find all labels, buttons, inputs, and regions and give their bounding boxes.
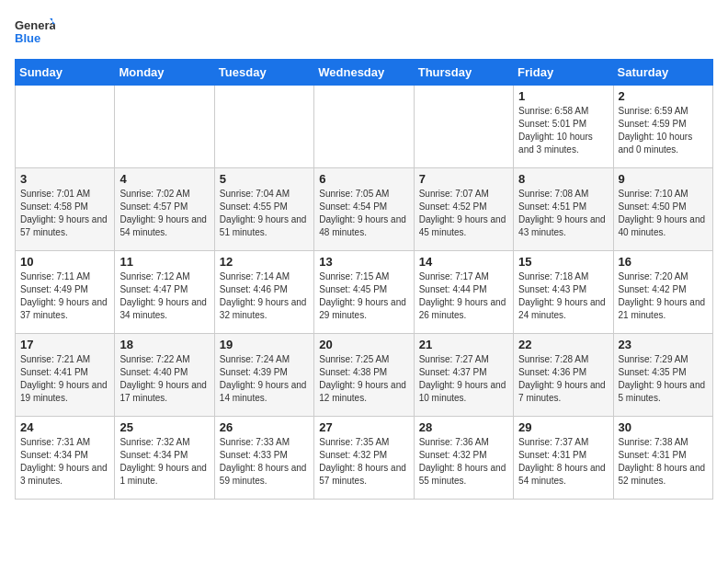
day-number: 15 [518, 255, 608, 269]
logo: General Blue [15, 15, 55, 52]
calendar-cell: 25Sunrise: 7:32 AM Sunset: 4:34 PM Dayli… [115, 417, 214, 500]
day-number: 17 [20, 338, 109, 351]
header-thursday: Thursday [414, 60, 513, 86]
logo-svg: General Blue [15, 15, 55, 52]
day-number: 24 [20, 420, 109, 434]
header-tuesday: Tuesday [214, 60, 313, 86]
calendar-cell: 9Sunrise: 7:10 AM Sunset: 4:50 PM Daylig… [613, 168, 712, 251]
day-info: Sunrise: 7:27 AM Sunset: 4:37 PM Dayligh… [419, 353, 508, 405]
day-info: Sunrise: 7:38 AM Sunset: 4:31 PM Dayligh… [619, 436, 708, 488]
calendar-cell: 5Sunrise: 7:04 AM Sunset: 4:55 PM Daylig… [214, 168, 313, 251]
day-number: 13 [319, 255, 408, 269]
calendar-cell: 27Sunrise: 7:35 AM Sunset: 4:32 PM Dayli… [314, 417, 414, 500]
calendar-cell: 2Sunrise: 6:59 AM Sunset: 4:59 PM Daylig… [613, 86, 712, 168]
header-saturday: Saturday [613, 60, 712, 86]
day-info: Sunrise: 7:05 AM Sunset: 4:54 PM Dayligh… [319, 188, 408, 239]
calendar-cell [414, 86, 513, 168]
day-number: 25 [119, 420, 209, 434]
calendar-cell: 19Sunrise: 7:24 AM Sunset: 4:39 PM Dayli… [214, 334, 313, 417]
day-info: Sunrise: 7:20 AM Sunset: 4:42 PM Dayligh… [619, 270, 708, 322]
day-info: Sunrise: 7:29 AM Sunset: 4:35 PM Dayligh… [619, 353, 708, 405]
day-number: 20 [319, 338, 408, 351]
calendar-cell: 7Sunrise: 7:07 AM Sunset: 4:52 PM Daylig… [414, 168, 513, 251]
calendar-cell: 22Sunrise: 7:28 AM Sunset: 4:36 PM Dayli… [514, 334, 613, 417]
day-info: Sunrise: 7:35 AM Sunset: 4:32 PM Dayligh… [319, 436, 408, 488]
calendar-cell: 26Sunrise: 7:33 AM Sunset: 4:33 PM Dayli… [214, 417, 313, 500]
calendar-cell: 15Sunrise: 7:18 AM Sunset: 4:43 PM Dayli… [514, 251, 613, 334]
day-info: Sunrise: 6:58 AM Sunset: 5:01 PM Dayligh… [518, 105, 608, 156]
calendar-cell: 17Sunrise: 7:21 AM Sunset: 4:41 PM Dayli… [16, 334, 115, 417]
day-number: 7 [419, 172, 508, 186]
day-info: Sunrise: 7:12 AM Sunset: 4:47 PM Dayligh… [119, 270, 209, 322]
calendar-week-5: 24Sunrise: 7:31 AM Sunset: 4:34 PM Dayli… [16, 417, 713, 500]
header-monday: Monday [115, 60, 214, 86]
day-number: 18 [119, 338, 209, 351]
day-number: 11 [119, 255, 209, 269]
day-number: 29 [518, 420, 608, 434]
day-info: Sunrise: 7:37 AM Sunset: 4:31 PM Dayligh… [518, 436, 608, 488]
day-number: 2 [619, 89, 708, 103]
day-info: Sunrise: 7:25 AM Sunset: 4:38 PM Dayligh… [319, 353, 408, 405]
day-info: Sunrise: 7:07 AM Sunset: 4:52 PM Dayligh… [419, 188, 508, 239]
day-number: 21 [419, 338, 508, 351]
calendar-header-row: SundayMondayTuesdayWednesdayThursdayFrid… [16, 60, 713, 86]
day-number: 3 [20, 172, 109, 186]
day-number: 22 [518, 338, 608, 351]
calendar-cell: 16Sunrise: 7:20 AM Sunset: 4:42 PM Dayli… [613, 251, 712, 334]
calendar-cell: 3Sunrise: 7:01 AM Sunset: 4:58 PM Daylig… [16, 168, 115, 251]
day-info: Sunrise: 7:08 AM Sunset: 4:51 PM Dayligh… [518, 188, 608, 239]
day-number: 5 [220, 172, 309, 186]
day-info: Sunrise: 7:31 AM Sunset: 4:34 PM Dayligh… [20, 436, 109, 488]
day-number: 8 [518, 172, 608, 186]
day-info: Sunrise: 7:22 AM Sunset: 4:40 PM Dayligh… [119, 353, 209, 405]
calendar-cell: 21Sunrise: 7:27 AM Sunset: 4:37 PM Dayli… [414, 334, 513, 417]
day-number: 23 [619, 338, 708, 351]
calendar-cell: 20Sunrise: 7:25 AM Sunset: 4:38 PM Dayli… [314, 334, 414, 417]
calendar-cell: 24Sunrise: 7:31 AM Sunset: 4:34 PM Dayli… [16, 417, 115, 500]
calendar-cell: 6Sunrise: 7:05 AM Sunset: 4:54 PM Daylig… [314, 168, 414, 251]
day-number: 27 [319, 420, 408, 434]
calendar-cell: 29Sunrise: 7:37 AM Sunset: 4:31 PM Dayli… [514, 417, 613, 500]
calendar-cell: 30Sunrise: 7:38 AM Sunset: 4:31 PM Dayli… [613, 417, 712, 500]
day-info: Sunrise: 7:24 AM Sunset: 4:39 PM Dayligh… [220, 353, 309, 405]
calendar-cell: 4Sunrise: 7:02 AM Sunset: 4:57 PM Daylig… [115, 168, 214, 251]
calendar-week-4: 17Sunrise: 7:21 AM Sunset: 4:41 PM Dayli… [16, 334, 713, 417]
calendar-cell [214, 86, 313, 168]
header-friday: Friday [514, 60, 613, 86]
calendar-cell: 23Sunrise: 7:29 AM Sunset: 4:35 PM Dayli… [613, 334, 712, 417]
day-number: 10 [20, 255, 109, 269]
day-info: Sunrise: 7:10 AM Sunset: 4:50 PM Dayligh… [619, 188, 708, 239]
calendar-cell: 28Sunrise: 7:36 AM Sunset: 4:32 PM Dayli… [414, 417, 513, 500]
calendar-cell [115, 86, 214, 168]
day-number: 4 [119, 172, 209, 186]
day-info: Sunrise: 7:21 AM Sunset: 4:41 PM Dayligh… [20, 353, 109, 405]
day-number: 1 [518, 89, 608, 103]
day-number: 9 [619, 172, 708, 186]
day-info: Sunrise: 7:28 AM Sunset: 4:36 PM Dayligh… [518, 353, 608, 405]
day-info: Sunrise: 7:33 AM Sunset: 4:33 PM Dayligh… [220, 436, 309, 488]
calendar-cell: 18Sunrise: 7:22 AM Sunset: 4:40 PM Dayli… [115, 334, 214, 417]
calendar-week-3: 10Sunrise: 7:11 AM Sunset: 4:49 PM Dayli… [16, 251, 713, 334]
calendar-week-2: 3Sunrise: 7:01 AM Sunset: 4:58 PM Daylig… [16, 168, 713, 251]
day-number: 30 [619, 420, 708, 434]
day-info: Sunrise: 7:36 AM Sunset: 4:32 PM Dayligh… [419, 436, 508, 488]
day-info: Sunrise: 7:17 AM Sunset: 4:44 PM Dayligh… [419, 270, 508, 322]
svg-text:General: General [15, 18, 55, 32]
day-number: 19 [220, 338, 309, 351]
day-info: Sunrise: 7:14 AM Sunset: 4:46 PM Dayligh… [220, 270, 309, 322]
calendar-table: SundayMondayTuesdayWednesdayThursdayFrid… [15, 59, 713, 500]
day-number: 26 [220, 420, 309, 434]
calendar-cell: 13Sunrise: 7:15 AM Sunset: 4:45 PM Dayli… [314, 251, 414, 334]
day-info: Sunrise: 7:18 AM Sunset: 4:43 PM Dayligh… [518, 270, 608, 322]
header-wednesday: Wednesday [314, 60, 414, 86]
calendar-week-1: 1Sunrise: 6:58 AM Sunset: 5:01 PM Daylig… [16, 86, 713, 168]
day-info: Sunrise: 7:02 AM Sunset: 4:57 PM Dayligh… [119, 188, 209, 239]
svg-text:Blue: Blue [15, 31, 40, 45]
day-number: 12 [220, 255, 309, 269]
day-info: Sunrise: 7:11 AM Sunset: 4:49 PM Dayligh… [20, 270, 109, 322]
day-number: 6 [319, 172, 408, 186]
calendar-cell: 1Sunrise: 6:58 AM Sunset: 5:01 PM Daylig… [514, 86, 613, 168]
header-sunday: Sunday [16, 60, 115, 86]
day-number: 28 [419, 420, 508, 434]
day-info: Sunrise: 7:01 AM Sunset: 4:58 PM Dayligh… [20, 188, 109, 239]
